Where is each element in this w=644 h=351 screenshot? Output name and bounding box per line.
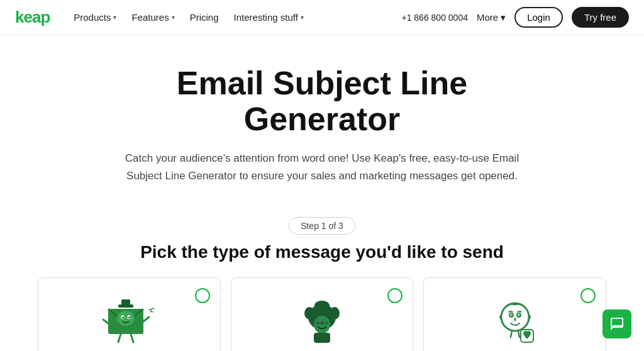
svg-rect-11 [121,299,130,306]
svg-rect-14 [316,321,328,324]
svg-line-25 [518,331,519,337]
radio-reengagement[interactable] [387,288,402,303]
nav-pricing[interactable]: Pricing [184,8,225,26]
svg-point-18 [314,301,330,311]
svg-point-16 [304,307,314,320]
logo[interactable]: keap [15,8,50,27]
nav-interesting[interactable]: Interesting stuff ▾ [228,8,310,26]
radio-followup[interactable] [580,288,596,303]
step-badge-wrap: Step 1 of 3 [0,217,644,235]
reengagement-icon [294,293,350,350]
cards-row: Newsletter Exciting newsletter subject l… [20,277,624,351]
svg-point-5 [129,316,130,318]
phone-number: +1 866 800 0004 [401,13,468,23]
step-question: Pick the type of message you'd like to s… [0,242,644,262]
hero-title: Email Subject Line Generator [96,65,548,137]
newsletter-icon [101,293,157,350]
nav-more[interactable]: More ▾ [477,12,506,23]
svg-point-1 [117,311,135,326]
radio-newsletter[interactable] [195,288,210,303]
svg-line-7 [143,317,149,321]
nav-right: +1 866 800 0004 More ▾ Login Try free [401,7,629,28]
svg-point-13 [314,316,330,333]
nav-links: Products ▾ Features ▾ Pricing Interestin… [67,8,401,26]
svg-point-23 [518,315,519,316]
nav-products[interactable]: Products ▾ [67,8,123,26]
followup-icon [487,293,543,350]
svg-point-4 [123,316,124,318]
svg-point-22 [511,315,512,316]
hero-description: Catch your audience's attention from wor… [121,150,523,184]
chevron-down-icon: ▾ [113,14,116,21]
chat-button[interactable] [602,309,631,338]
chevron-down-icon: ▾ [301,14,304,21]
svg-line-24 [511,331,512,337]
card-followup[interactable]: Follow-up Stay top of mind with personal… [423,277,606,351]
nav-features[interactable]: Features ▾ [125,8,180,26]
chat-icon [609,316,625,332]
svg-point-17 [330,307,340,320]
svg-line-9 [131,334,133,342]
navigation: keap Products ▾ Features ▾ Pricing Inter… [0,0,644,35]
login-button[interactable]: Login [514,7,563,28]
step-badge: Step 1 of 3 [289,217,355,235]
chevron-down-icon: ▾ [172,14,175,21]
svg-rect-15 [314,333,330,343]
try-free-button[interactable]: Try free [572,7,629,28]
card-reengagement[interactable]: Re-engagement Heat up cold leads and rej… [231,277,414,351]
svg-line-6 [103,320,108,323]
card-newsletter[interactable]: Newsletter Exciting newsletter subject l… [38,277,221,351]
hero-section: Email Subject Line Generator Catch your … [83,35,561,197]
svg-line-8 [118,334,121,342]
chevron-down-icon: ▾ [501,12,506,23]
